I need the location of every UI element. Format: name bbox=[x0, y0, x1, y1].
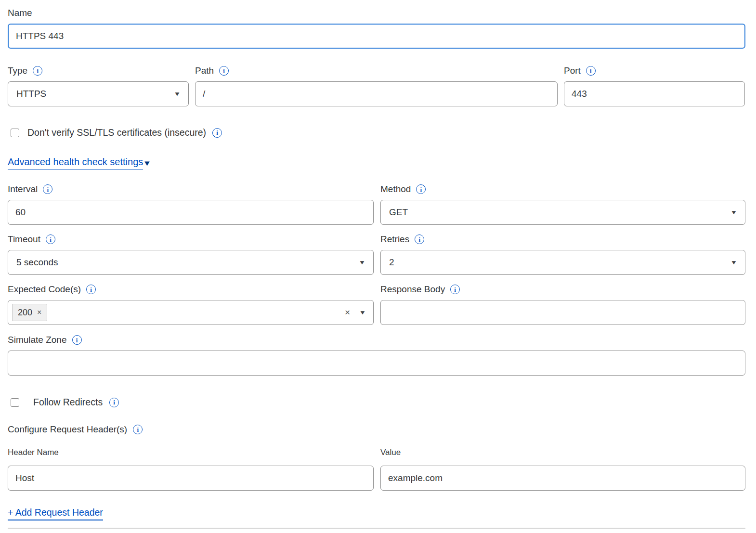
timeout-label: Timeout bbox=[8, 234, 40, 245]
path-info-icon[interactable]: i bbox=[219, 66, 229, 76]
timeout-info-icon[interactable]: i bbox=[46, 234, 55, 244]
section-divider bbox=[8, 528, 745, 529]
interval-input[interactable] bbox=[8, 200, 374, 225]
header-value-label: Value bbox=[380, 448, 401, 457]
code-tag-value: 200 bbox=[18, 308, 32, 318]
interval-info-icon[interactable]: i bbox=[43, 184, 52, 194]
expected-codes-multiselect[interactable]: 200 × × ▼ bbox=[8, 300, 374, 325]
path-label: Path bbox=[195, 65, 214, 76]
simulate-zone-label: Simulate Zone bbox=[8, 335, 67, 345]
retries-info-icon[interactable]: i bbox=[415, 234, 424, 244]
expected-codes-info-icon[interactable]: i bbox=[86, 285, 96, 294]
method-field: Method i GET ▼ bbox=[380, 184, 745, 225]
expected-codes-label: Expected Code(s) bbox=[8, 284, 81, 295]
request-headers-info-icon[interactable]: i bbox=[133, 425, 143, 434]
path-field: Path i bbox=[195, 65, 558, 106]
header-name-input[interactable] bbox=[8, 466, 374, 491]
name-label: Name bbox=[8, 8, 745, 18]
follow-redirects-checkbox[interactable] bbox=[11, 398, 19, 407]
request-headers-section-label: Configure Request Header(s) i bbox=[8, 424, 745, 435]
timeout-retries-row: Timeout i 5 seconds ▼ Retries i 2 ▼ bbox=[8, 234, 745, 275]
type-select[interactable]: HTTPS ▼ bbox=[8, 81, 189, 106]
chevron-down-icon: ▼ bbox=[359, 260, 366, 265]
ssl-verify-label: Don't verify SSL/TLS certificates (insec… bbox=[27, 127, 206, 138]
response-body-field: Response Body i bbox=[380, 284, 745, 325]
header-value-input[interactable] bbox=[380, 466, 745, 491]
retries-select-value: 2 bbox=[389, 257, 394, 268]
ssl-verify-info-icon[interactable]: i bbox=[212, 128, 222, 138]
response-body-label: Response Body bbox=[380, 284, 445, 295]
interval-label: Interval bbox=[8, 184, 38, 195]
advanced-settings-link[interactable]: Advanced health check settings bbox=[8, 156, 143, 169]
retries-label: Retries bbox=[380, 234, 409, 245]
port-label: Port bbox=[564, 65, 581, 76]
port-field: Port i bbox=[564, 65, 745, 106]
method-info-icon[interactable]: i bbox=[416, 184, 426, 194]
codes-response-row: Expected Code(s) i 200 × × ▼ Response Bo… bbox=[8, 284, 745, 325]
follow-redirects-row: Follow Redirects i bbox=[8, 397, 745, 408]
simulate-zone-info-icon[interactable]: i bbox=[72, 335, 82, 345]
method-select[interactable]: GET ▼ bbox=[380, 200, 745, 225]
port-input[interactable] bbox=[564, 81, 745, 106]
interval-field: Interval i bbox=[8, 184, 374, 225]
request-headers-title: Configure Request Header(s) bbox=[8, 424, 127, 435]
timeout-field: Timeout i 5 seconds ▼ bbox=[8, 234, 374, 275]
ssl-verify-checkbox[interactable] bbox=[11, 129, 19, 137]
header-row: Header Name Value bbox=[8, 448, 745, 491]
header-value-field: Value bbox=[380, 448, 745, 491]
chevron-down-icon: ▼ bbox=[174, 91, 181, 97]
simulate-zone-input[interactable] bbox=[8, 351, 745, 376]
simulate-zone-field: Simulate Zone i bbox=[8, 335, 745, 376]
response-body-input[interactable] bbox=[380, 300, 745, 325]
add-request-header-link[interactable]: + Add Request Header bbox=[8, 507, 103, 520]
retries-field: Retries i 2 ▼ bbox=[380, 234, 745, 275]
port-info-icon[interactable]: i bbox=[586, 66, 596, 76]
name-field: Name bbox=[8, 8, 745, 49]
timeout-select[interactable]: 5 seconds ▼ bbox=[8, 250, 374, 275]
header-name-label: Header Name bbox=[8, 448, 59, 457]
ssl-verify-row: Don't verify SSL/TLS certificates (insec… bbox=[8, 127, 745, 138]
remove-tag-icon[interactable]: × bbox=[37, 308, 41, 317]
path-input[interactable] bbox=[195, 81, 558, 106]
chevron-down-icon[interactable]: ▼ bbox=[359, 310, 366, 315]
response-body-info-icon[interactable]: i bbox=[450, 285, 460, 294]
follow-redirects-info-icon[interactable]: i bbox=[109, 398, 119, 407]
add-header-row: + Add Request Header bbox=[8, 507, 745, 520]
chevron-down-icon: ▼ bbox=[730, 260, 738, 265]
type-path-port-row: Type i HTTPS ▼ Path i Port i bbox=[8, 65, 745, 106]
header-name-field: Header Name bbox=[8, 448, 374, 491]
clear-all-icon[interactable]: × bbox=[345, 307, 350, 318]
name-label-text: Name bbox=[8, 8, 32, 18]
expected-codes-field: Expected Code(s) i 200 × × ▼ bbox=[8, 284, 374, 325]
chevron-down-icon: ▼ bbox=[730, 209, 738, 215]
type-select-value: HTTPS bbox=[16, 89, 46, 99]
interval-method-row: Interval i Method i GET ▼ bbox=[8, 184, 745, 225]
type-label: Type bbox=[8, 65, 27, 76]
advanced-settings-row: Advanced health check settings ▼ bbox=[8, 156, 745, 169]
method-select-value: GET bbox=[389, 207, 408, 218]
timeout-select-value: 5 seconds bbox=[16, 257, 58, 268]
code-tag: 200 × bbox=[12, 304, 47, 321]
caret-down-icon[interactable]: ▼ bbox=[143, 159, 152, 167]
follow-redirects-label: Follow Redirects bbox=[33, 397, 103, 408]
type-info-icon[interactable]: i bbox=[33, 66, 42, 76]
name-input[interactable] bbox=[8, 24, 745, 49]
retries-select[interactable]: 2 ▼ bbox=[380, 250, 745, 275]
type-field: Type i HTTPS ▼ bbox=[8, 65, 189, 106]
method-label: Method bbox=[380, 184, 411, 195]
